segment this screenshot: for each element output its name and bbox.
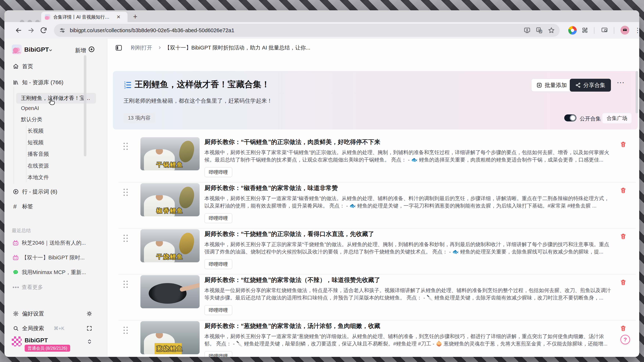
new-tab-button[interactable]: +: [133, 13, 137, 20]
main-scrollbar[interactable]: [636, 71, 638, 113]
video-thumbnail[interactable]: 干烧鲤鱼: [140, 229, 200, 262]
new-button[interactable]: 新增: [75, 47, 86, 54]
recent-item[interactable]: 我用Minimax MCP，重新...: [4, 267, 107, 278]
recent-item[interactable]: 【双十一】BibiGPT 限时...: [4, 253, 107, 263]
video-title[interactable]: 厨师长教你：“红烧鲤鱼”的家常做法（不辣），味道很赞先收藏了: [204, 276, 618, 284]
list-item[interactable]: 葱烧鲤鱼 厨师长教你：“葱烧鲤鱼”的家常做法，汤汁浓郁，鱼肉细嫩，收藏 本视频中…: [113, 320, 638, 357]
url-text[interactable]: bibigpt.co/user/collections/b3b8de90-02e…: [70, 28, 524, 34]
site-info-icon[interactable]: [59, 27, 66, 34]
sidebar-item-prompts[interactable]: 行 - 提示词 (6): [4, 187, 107, 197]
install-app-icon[interactable]: [524, 27, 530, 34]
sidebar-item-global-search[interactable]: 全局搜索 ⌘+K: [4, 323, 107, 333]
play-circle-icon: [13, 189, 19, 195]
sidebar-item-online-resource[interactable]: 在线资源: [4, 161, 107, 171]
back-icon[interactable]: [15, 27, 22, 34]
header-more-button[interactable]: ...: [617, 76, 625, 85]
list-item[interactable]: 干烧鲤鱼 厨师长教你：“干烧鲤鱼”的正宗做法，看得口水直流，先收藏了 本视频中，…: [113, 228, 638, 274]
video-thumbnail[interactable]: 椒香鲤鱼: [140, 183, 200, 216]
source-badge[interactable]: 哔哩哔哩: [204, 351, 232, 357]
address-bar[interactable]: bibigpt.co/user/collections/b3b8de90-02e…: [54, 24, 560, 37]
plus-circle-icon[interactable]: [88, 46, 95, 53]
recent-item[interactable]: 秋芝2046｜送给所有人的...: [4, 238, 107, 248]
drag-handle[interactable]: [124, 189, 128, 196]
translate-icon[interactable]: 文A: [536, 27, 543, 34]
tab-strip: 合集详情丨AI 音视频知行助理： ✕ +: [4, 10, 639, 22]
video-thumbnail[interactable]: [140, 275, 200, 308]
sidebar-item-see-more[interactable]: ••• 查看更多: [4, 282, 107, 292]
drag-handle[interactable]: [124, 143, 128, 150]
sidebar-item-local-file[interactable]: 本地文件: [4, 172, 107, 183]
user-name[interactable]: BibiGPT: [25, 337, 48, 344]
sidebar: BiBiGPT BibiGPT 新增 首页 知 - 资源库 (766) 王刚鲤鱼…: [4, 39, 107, 357]
video-title[interactable]: 厨师长教你：“干锅鲤鱼”的正宗做法，肉质鲜美，好吃得停不下来: [204, 138, 618, 146]
forward-icon[interactable]: [27, 27, 35, 34]
video-thumbnail[interactable]: 干锅鲤鱼: [140, 137, 200, 170]
delete-button[interactable]: [620, 279, 626, 285]
breadcrumb-current[interactable]: 【双十一】BibiGPT 限时折扣活动，助力 AI 批量总结，让你...: [165, 44, 310, 52]
source-badge[interactable]: 哔哩哔哩: [204, 305, 232, 315]
video-description: 本视频中，厨师长王刚分享了一道家常菜“葱烧鲤鱼”的详细做法。从鲤鱼的处理、辅料的…: [204, 333, 611, 347]
help-button[interactable]: ?: [620, 335, 630, 344]
video-title[interactable]: 厨师长教你：“干烧鲤鱼”的正宗做法，看得口水直流，先收藏了: [204, 230, 618, 238]
home-icon: [13, 64, 19, 69]
toolbar-divider: [614, 27, 614, 34]
tab-close-icon[interactable]: ✕: [116, 14, 120, 20]
delete-button[interactable]: [620, 187, 626, 193]
desktop: 合集详情丨AI 音视频知行助理： ✕ + bibigpt.co/user/col…: [0, 0, 644, 362]
sidebar-item-openai[interactable]: OpenAI: [4, 103, 107, 113]
svg-text:A: A: [540, 31, 542, 33]
sidebar-item-tags[interactable]: # 标签: [4, 201, 107, 212]
drag-handle[interactable]: [124, 235, 128, 242]
delete-button[interactable]: [620, 233, 626, 239]
sidebar-item-long-video[interactable]: 长视频: [4, 126, 107, 136]
sidebar-item-library[interactable]: 知 - 资源库 (766): [4, 77, 107, 88]
search-tabs-icon[interactable]: [601, 27, 608, 34]
video-title[interactable]: 厨师长教你：“椒香鲤鱼”的家常做法，味道非常赞: [204, 184, 618, 192]
toolbar-divider: [594, 27, 594, 34]
extension-pin-icon[interactable]: [568, 26, 577, 35]
breadcrumb-root[interactable]: 刚刚打开: [131, 44, 152, 52]
chevrons-up-down-icon[interactable]: [87, 339, 92, 344]
sidebar-toggle-icon[interactable]: [115, 44, 122, 52]
list-item[interactable]: 厨师长教你：“红烧鲤鱼”的家常做法（不辣），味道很赞先收藏了 本视频是一位厨师长…: [113, 274, 638, 320]
source-badge[interactable]: 哔哩哔哩: [204, 259, 232, 269]
video-title[interactable]: 厨师长教你：“葱烧鲤鱼”的家常做法，汤汁浓郁，鱼肉细嫩，收藏: [204, 322, 618, 330]
collection-square-button[interactable]: 合集广场: [602, 113, 632, 124]
sun-icon[interactable]: [86, 311, 92, 316]
source-badge[interactable]: 哔哩哔哩: [204, 167, 232, 177]
item-meta: 厨师长教你：“红烧鲤鱼”的家常做法（不辣），味道很赞先收藏了 本视频是一位厨师长…: [204, 276, 618, 315]
tab-favicon-icon: [45, 14, 50, 20]
extensions-puzzle-icon[interactable]: [582, 27, 588, 34]
profile-avatar[interactable]: 🕶: [620, 26, 629, 35]
bibigpt-logo[interactable]: BiBiGPT: [12, 45, 22, 55]
delete-button[interactable]: [620, 141, 626, 148]
item-meta: 厨师长教你：“干锅鲤鱼”的正宗做法，肉质鲜美，好吃得停不下来 本视频中，厨师长王…: [204, 138, 618, 177]
list-item[interactable]: 椒香鲤鱼 厨师长教你：“椒香鲤鱼”的家常做法，味道非常赞 本视频中，厨师长王刚分…: [113, 182, 638, 228]
share-collection-button[interactable]: 分享合集: [570, 79, 611, 92]
batch-add-button[interactable]: 批量添加: [531, 79, 572, 92]
delete-button[interactable]: [620, 325, 626, 331]
browser-tab[interactable]: 合集详情丨AI 音视频知行助理： ✕: [41, 12, 128, 22]
video-thumbnail[interactable]: 葱烧鲤鱼: [140, 321, 200, 354]
video-description: 本视频中，厨师长王刚分享了一道家常菜“椒香鲤鱼”的做法。从鲤鱼的处理、辅料的准备…: [204, 195, 611, 209]
workspace-name[interactable]: BibiGPT: [24, 46, 49, 53]
sidebar-item-default-category[interactable]: 默认分类: [4, 114, 107, 125]
user-avatar[interactable]: [12, 336, 22, 346]
expand-icon[interactable]: [86, 325, 92, 331]
sidebar-item-home[interactable]: 首页: [4, 61, 107, 72]
sidebar-item-podcast[interactable]: 播客音频: [4, 149, 107, 159]
source-badge[interactable]: 哔哩哔哩: [204, 213, 232, 223]
item-meta: 厨师长教你：“干烧鲤鱼”的正宗做法，看得口水直流，先收藏了 本视频中，厨师长王刚…: [204, 230, 618, 269]
sidebar-scrollbar[interactable]: [84, 55, 86, 156]
public-toggle[interactable]: [564, 114, 576, 121]
chevron-down-icon[interactable]: [48, 48, 53, 53]
drag-handle[interactable]: [124, 281, 128, 288]
sidebar-item-short-video[interactable]: 短视频: [4, 137, 107, 148]
drag-handle[interactable]: [124, 327, 128, 334]
sidebar-item-preferences[interactable]: 偏好设置: [4, 308, 107, 319]
bookmark-star-icon[interactable]: [548, 27, 555, 34]
thumbnail-caption: 干烧鲤鱼: [156, 253, 184, 261]
list-item[interactable]: 干锅鲤鱼 厨师长教你：“干锅鲤鱼”的正宗做法，肉质鲜美，好吃得停不下来 本视频中…: [113, 136, 638, 182]
reload-icon[interactable]: [40, 27, 48, 34]
browser-menu-icon[interactable]: ⋮: [634, 25, 639, 35]
